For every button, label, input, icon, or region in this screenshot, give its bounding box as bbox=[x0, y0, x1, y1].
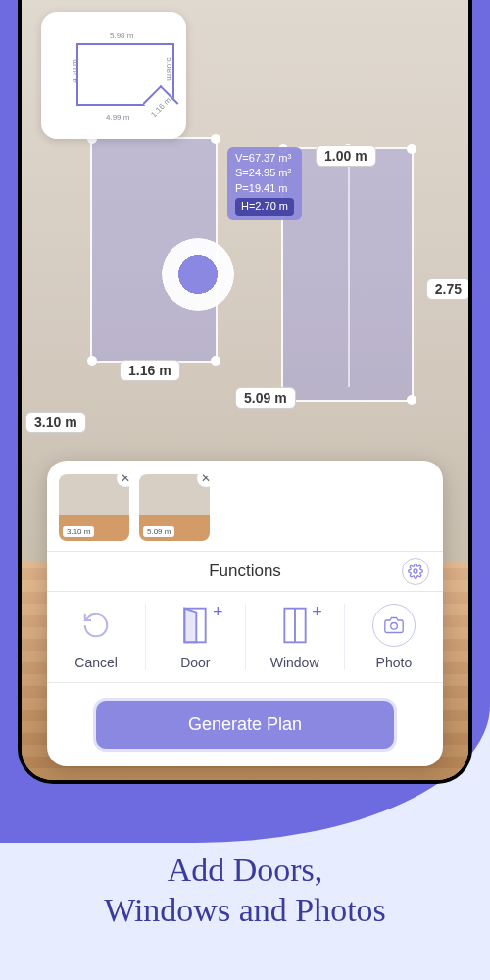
camera-icon bbox=[372, 604, 416, 647]
functions-header: Functions bbox=[47, 551, 443, 592]
stat-volume: V=67.37 m³ bbox=[235, 151, 294, 166]
door-width-label: 1.00 m bbox=[316, 145, 376, 167]
door-icon bbox=[173, 604, 217, 647]
photo-thumbnails: 3.10 m ✕ 5.09 m ✕ bbox=[59, 474, 431, 541]
add-window-button[interactable]: + Window bbox=[245, 604, 344, 670]
fp-dim-top: 5.98 m bbox=[110, 31, 133, 40]
functions-panel: 3.10 m ✕ 5.09 m ✕ Functions bbox=[47, 461, 443, 766]
phone-screen: V=67.37 m³ S=24.95 m² P=19.41 m H=2.70 m… bbox=[22, 0, 468, 780]
fp-dim-left: 4.20 m bbox=[71, 59, 79, 82]
door-label: Door bbox=[180, 655, 210, 670]
cancel-label: Cancel bbox=[74, 655, 118, 670]
resize-handle[interactable] bbox=[211, 134, 220, 144]
stat-area: S=24.95 m² bbox=[235, 166, 294, 180]
cancel-button[interactable]: Cancel bbox=[47, 604, 145, 670]
wall-left-label: 3.10 m bbox=[25, 412, 86, 433]
thumbnail-chip: 5.09 m bbox=[143, 526, 174, 537]
resize-handle[interactable] bbox=[87, 356, 97, 366]
take-photo-button[interactable]: Photo bbox=[344, 604, 443, 670]
resize-handle[interactable] bbox=[211, 356, 220, 366]
fp-dim-bottom: 4.99 m bbox=[106, 113, 129, 122]
gear-icon bbox=[408, 564, 423, 579]
ar-stats-box: V=67.37 m³ S=24.95 m² P=19.41 m H=2.70 m bbox=[227, 147, 302, 220]
wall-bottom-label: 5.09 m bbox=[235, 387, 296, 409]
photo-thumbnail[interactable]: 5.09 m ✕ bbox=[139, 474, 210, 541]
window-icon bbox=[273, 604, 317, 647]
floorplan-shape bbox=[76, 43, 174, 106]
svg-point-0 bbox=[414, 569, 417, 573]
svg-point-4 bbox=[391, 623, 398, 630]
window-label: Window bbox=[270, 655, 319, 670]
photo-thumbnail[interactable]: 3.10 m ✕ bbox=[59, 474, 129, 541]
door-height-label: 2.75 bbox=[426, 278, 468, 300]
resize-handle[interactable] bbox=[407, 144, 416, 154]
plus-icon: + bbox=[213, 602, 223, 622]
ar-crosshair-icon bbox=[162, 238, 234, 311]
undo-icon bbox=[74, 604, 118, 647]
close-icon[interactable]: ✕ bbox=[196, 474, 210, 488]
window-width-label: 1.16 m bbox=[120, 360, 180, 381]
function-buttons-row: Cancel + Door + bbox=[47, 592, 443, 683]
thumbnail-chip: 3.10 m bbox=[63, 526, 94, 537]
phone-frame: V=67.37 m³ S=24.95 m² P=19.41 m H=2.70 m… bbox=[18, 0, 472, 784]
stat-perimeter: P=19.41 m bbox=[235, 181, 294, 196]
functions-title: Functions bbox=[209, 562, 281, 581]
settings-button[interactable] bbox=[402, 558, 429, 585]
fp-dim-right: 5.08 m bbox=[164, 57, 172, 80]
close-icon[interactable]: ✕ bbox=[116, 474, 129, 488]
generate-plan-button[interactable]: Generate Plan bbox=[96, 701, 394, 749]
add-door-button[interactable]: + Door bbox=[145, 604, 244, 670]
plus-icon: + bbox=[312, 602, 322, 622]
resize-handle[interactable] bbox=[407, 395, 416, 405]
floorplan-thumbnail[interactable]: 5.98 m 4.20 m 5.08 m 4.99 m 1.16 m bbox=[41, 12, 186, 139]
stat-height: H=2.70 m bbox=[235, 198, 294, 215]
photo-label: Photo bbox=[376, 655, 413, 670]
page-title: Add Doors, Windows and Photos bbox=[0, 851, 490, 931]
